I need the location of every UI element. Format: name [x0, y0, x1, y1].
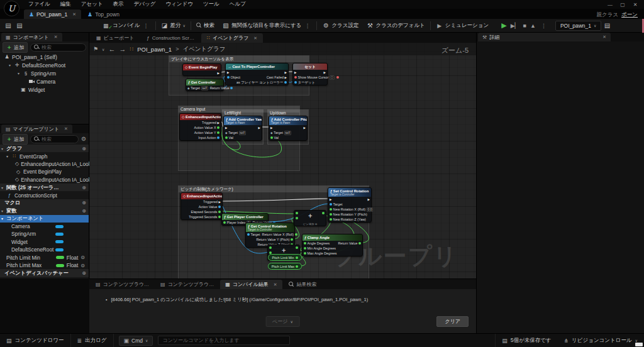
- tab-my-blueprint[interactable]: ▤ マイブループリント ✕: [1, 124, 72, 133]
- minimize-button[interactable]: —: [605, 2, 615, 8]
- exec-pin[interactable]: ▶: [367, 198, 370, 201]
- content-drawer-button[interactable]: ▤ コンテンツドロワー: [0, 334, 71, 347]
- menu-help[interactable]: ヘルプ: [225, 0, 250, 9]
- add-blueprint-item-button[interactable]: ＋ 追加: [3, 134, 28, 145]
- breadcrumb-graph[interactable]: イベントグラフ: [182, 45, 225, 53]
- variable-springarm[interactable]: SpringArm: [0, 230, 89, 238]
- pin-value[interactable]: ☐: [330, 75, 335, 80]
- class-defaults-button[interactable]: ⚒ クラスのデフォルト: [363, 19, 429, 32]
- exec-pin[interactable]: ▶: [330, 198, 332, 201]
- menu-tools[interactable]: ツール: [199, 0, 224, 9]
- enhancedinput-ia-look-1[interactable]: ◇ EnhancedInputAction IA_LookTriggered▶A…: [179, 113, 221, 141]
- close-tab-icon[interactable]: ✕: [602, 35, 606, 40]
- exec-pin[interactable]: ▶: [225, 126, 228, 129]
- target-pin[interactable]: ◆: [270, 131, 273, 135]
- add-graph-icon[interactable]: ⊕: [82, 146, 86, 151]
- page-dropdown[interactable]: ページ ∨: [265, 316, 300, 327]
- exec-pin[interactable]: ▶: [258, 126, 260, 129]
- data-pin[interactable]: [218, 211, 221, 213]
- data-pin[interactable]: [217, 136, 219, 139]
- maximize-button[interactable]: ▢: [618, 2, 628, 8]
- add-controller-pitch-input[interactable]: ƒ Add Controller Pitch InputTarget is Pa…: [269, 116, 308, 141]
- section-macros[interactable]: マクロ ⊕: [0, 199, 89, 207]
- menu-window[interactable]: ウィンドウ: [161, 0, 197, 9]
- compile-button[interactable]: ▦✓ コンパイル ⋮: [99, 19, 154, 32]
- hide-unrelated-button[interactable]: ▧ 無関係な項目を非表示にする ⋮: [218, 19, 316, 32]
- play-options-icon[interactable]: ⋮: [540, 23, 548, 29]
- variable-category-components[interactable]: ▾ コンポーネント: [0, 215, 89, 223]
- set-show-mouse-cursor[interactable]: セット▶▶Show Mouse Cursor☐ターゲット: [292, 63, 328, 85]
- gear-icon[interactable]: ⚙: [81, 136, 86, 142]
- data-pin[interactable]: [270, 136, 273, 139]
- exec-pin[interactable]: ▶: [294, 71, 297, 74]
- construction-script-item[interactable]: ƒ ConstructionScript: [0, 191, 89, 199]
- my-blueprint-search-input[interactable]: [42, 136, 75, 142]
- exec-pin[interactable]: ▶: [284, 71, 287, 74]
- components-search-input[interactable]: [42, 45, 82, 50]
- exec-pin[interactable]: ▶: [323, 71, 326, 74]
- clamp-angle[interactable]: ƒ Clamp AngleAngle DegreesReturn ValueMi…: [302, 234, 363, 256]
- data-pin[interactable]: [294, 76, 297, 79]
- data-pin[interactable]: [223, 221, 226, 224]
- breadcrumb-blueprint[interactable]: POI_pawn_1: [137, 46, 172, 53]
- debug-object-dropdown[interactable]: POI_pawn_1 ∨: [555, 21, 602, 31]
- pin-value[interactable]: 0.0: [367, 207, 373, 212]
- tab-event-graph[interactable]: ∷ イベントグラフ ✕: [201, 33, 263, 43]
- event-item-ia-look-1[interactable]: ◇ EnhancedInputAction IA_Look: [0, 160, 89, 168]
- data-pin[interactable]: [218, 206, 221, 208]
- close-button[interactable]: ✕: [630, 2, 640, 8]
- data-pin[interactable]: [218, 216, 221, 218]
- add-component-button[interactable]: ＋ 追加: [3, 42, 28, 53]
- get-pitch-limit-max[interactable]: Pitch Limit Max: [268, 263, 302, 270]
- add-macro-icon[interactable]: ⊕: [82, 200, 86, 206]
- add-dispatcher-icon[interactable]: ⊕: [82, 270, 86, 276]
- data-pin[interactable]: [295, 233, 297, 236]
- exec-pin[interactable]: ▶: [227, 71, 230, 74]
- data-pin[interactable]: [247, 233, 250, 236]
- compile-log-row[interactable]: • [8406.66] POI_pawn_1 のコンパイルに成功しました![68…: [89, 289, 476, 303]
- stop-button[interactable]: ■: [523, 23, 526, 29]
- variable-camera[interactable]: Camera: [0, 223, 89, 230]
- data-pin[interactable]: [330, 213, 332, 216]
- section-variables[interactable]: ▾ 変数 ⊕: [0, 207, 89, 214]
- frame-skip-button[interactable]: ▶▏: [511, 23, 519, 29]
- tree-item-widget[interactable]: ▣ Widget: [0, 85, 89, 94]
- tab-components[interactable]: ▦ コンポーネント ✕: [1, 33, 62, 41]
- data-pin[interactable]: [227, 76, 230, 79]
- back-icon[interactable]: ←: [108, 45, 115, 53]
- find-button[interactable]: 検索: [192, 19, 218, 32]
- variable-widget[interactable]: Widget: [0, 238, 89, 246]
- exec-pin[interactable]: ▶: [270, 126, 273, 129]
- my-blueprint-search[interactable]: [30, 135, 79, 143]
- add-float-node-1[interactable]: ＋ピン追加 ⊕: [294, 210, 326, 226]
- add-variable-icon[interactable]: ⊕: [82, 208, 86, 214]
- data-pin[interactable]: [284, 81, 287, 84]
- add-controller-yaw-input[interactable]: ƒ Add Controller Yaw InputTarget is Pawn…: [223, 116, 262, 141]
- menu-debug[interactable]: デバッグ: [130, 0, 160, 9]
- close-tab-icon[interactable]: ✕: [54, 35, 58, 40]
- data-pin[interactable]: [304, 242, 306, 245]
- hide-unrelated-options-icon[interactable]: ⋮: [303, 23, 311, 29]
- data-pin[interactable]: [330, 203, 332, 206]
- event-item-ia-look-2[interactable]: ◇ EnhancedInputAction IA_Look: [0, 176, 89, 184]
- tab-find-results[interactable]: 結果検索: [284, 280, 322, 289]
- variable-pitch-limit-max[interactable]: Pitch Limit Max Float ⊙: [0, 262, 89, 269]
- eye-icon[interactable]: ⊙: [80, 263, 85, 268]
- section-event-dispatchers[interactable]: イベントディスパッチャー ⊕: [0, 269, 89, 277]
- data-pin[interactable]: [304, 252, 306, 255]
- components-search[interactable]: [30, 43, 86, 52]
- get-pitch-limit-min[interactable]: Pitch Limit Min: [268, 254, 302, 261]
- asset-tab-poi-pawn[interactable]: ♟ POI_pawn_1 ✕: [24, 9, 81, 19]
- data-pin[interactable]: [358, 242, 361, 245]
- variable-scene-root[interactable]: DefaultSceneRoot: [0, 246, 89, 253]
- add-pin-label[interactable]: ピン追加 ⊕: [294, 223, 326, 226]
- data-pin[interactable]: [217, 126, 219, 129]
- eventgraph-item[interactable]: ▾ ∷ EventGraph: [0, 152, 89, 160]
- data-pin[interactable]: [330, 218, 332, 221]
- exec-pin[interactable]: ▶: [217, 72, 219, 75]
- parent-class-link[interactable]: ポーン: [621, 11, 638, 19]
- menu-file[interactable]: ファイル: [24, 0, 55, 9]
- event-item-beginplay[interactable]: ◇ Event BeginPlay: [0, 168, 89, 175]
- data-pin[interactable]: [230, 87, 233, 89]
- bookmark-icon[interactable]: ⚑: [93, 46, 98, 52]
